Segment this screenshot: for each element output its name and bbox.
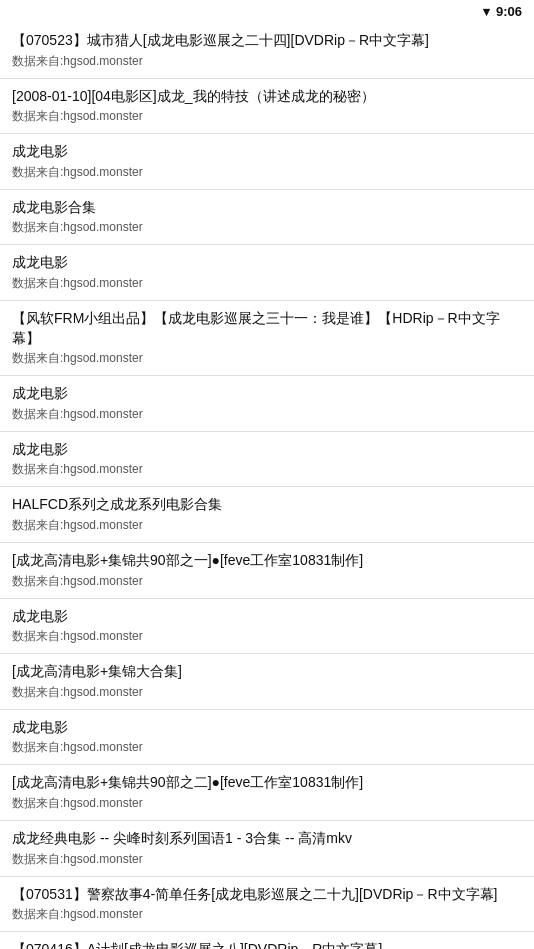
item-title: [成龙高清电影+集锦共90部之二]●[feve工作室10831制作] <box>12 773 522 793</box>
item-title: [2008-01-10][04电影区]成龙_我的特技（讲述成龙的秘密） <box>12 87 522 107</box>
item-subtitle: 数据来自:hgsod.monster <box>12 851 522 868</box>
list-item[interactable]: 成龙电影数据来自:hgsod.monster <box>0 710 534 766</box>
item-subtitle: 数据来自:hgsod.monster <box>12 164 522 181</box>
list-container: 【070523】城市猎人[成龙电影巡展之二十四][DVDRip－R中文字幕]数据… <box>0 23 534 949</box>
list-item[interactable]: 成龙电影数据来自:hgsod.monster <box>0 432 534 488</box>
list-item[interactable]: [成龙高清电影+集锦共90部之一]●[feve工作室10831制作]数据来自:h… <box>0 543 534 599</box>
item-subtitle: 数据来自:hgsod.monster <box>12 108 522 125</box>
list-item[interactable]: 成龙电影数据来自:hgsod.monster <box>0 245 534 301</box>
item-title: 成龙电影合集 <box>12 198 522 218</box>
item-subtitle: 数据来自:hgsod.monster <box>12 628 522 645</box>
item-title: 成龙电影 <box>12 718 522 738</box>
item-subtitle: 数据来自:hgsod.monster <box>12 219 522 236</box>
list-item[interactable]: 成龙电影数据来自:hgsod.monster <box>0 376 534 432</box>
item-title: 成龙电影 <box>12 384 522 404</box>
item-subtitle: 数据来自:hgsod.monster <box>12 517 522 534</box>
list-item[interactable]: 成龙电影合集数据来自:hgsod.monster <box>0 190 534 246</box>
list-item[interactable]: 【070416】A计划[成龙电影巡展之八][DVDRip－R中文字幕]数据来自:… <box>0 932 534 949</box>
item-subtitle: 数据来自:hgsod.monster <box>12 461 522 478</box>
item-subtitle: 数据来自:hgsod.monster <box>12 906 522 923</box>
item-subtitle: 数据来自:hgsod.monster <box>12 684 522 701</box>
list-item[interactable]: 成龙电影数据来自:hgsod.monster <box>0 599 534 655</box>
list-item[interactable]: [成龙高清电影+集锦共90部之二]●[feve工作室10831制作]数据来自:h… <box>0 765 534 821</box>
item-subtitle: 数据来自:hgsod.monster <box>12 53 522 70</box>
list-item[interactable]: 成龙经典电影 -- 尖峰时刻系列国语1 - 3合集 -- 高清mkv数据来自:h… <box>0 821 534 877</box>
list-item[interactable]: 成龙电影数据来自:hgsod.monster <box>0 134 534 190</box>
item-title: 成龙电影 <box>12 440 522 460</box>
item-title: HALFCD系列之成龙系列电影合集 <box>12 495 522 515</box>
item-subtitle: 数据来自:hgsod.monster <box>12 406 522 423</box>
list-item[interactable]: HALFCD系列之成龙系列电影合集数据来自:hgsod.monster <box>0 487 534 543</box>
time: 9:06 <box>496 4 522 19</box>
list-item[interactable]: 【070523】城市猎人[成龙电影巡展之二十四][DVDRip－R中文字幕]数据… <box>0 23 534 79</box>
item-subtitle: 数据来自:hgsod.monster <box>12 350 522 367</box>
item-subtitle: 数据来自:hgsod.monster <box>12 795 522 812</box>
list-item[interactable]: [2008-01-10][04电影区]成龙_我的特技（讲述成龙的秘密）数据来自:… <box>0 79 534 135</box>
item-title: [成龙高清电影+集锦共90部之一]●[feve工作室10831制作] <box>12 551 522 571</box>
wifi-icon: ▾ <box>483 4 490 19</box>
list-item[interactable]: [成龙高清电影+集锦大合集]数据来自:hgsod.monster <box>0 654 534 710</box>
list-item[interactable]: 【070531】警察故事4-简单任务[成龙电影巡展之二十九][DVDRip－R中… <box>0 877 534 933</box>
item-title: 【070416】A计划[成龙电影巡展之八][DVDRip－R中文字幕] <box>12 940 522 949</box>
item-title: 成龙电影 <box>12 607 522 627</box>
item-subtitle: 数据来自:hgsod.monster <box>12 275 522 292</box>
item-title: 【风软FRM小组出品】【成龙电影巡展之三十一：我是谁】【HDRip－R中文字幕】 <box>12 309 522 348</box>
status-bar: ▾ 9:06 <box>0 0 534 23</box>
item-title: 【070523】城市猎人[成龙电影巡展之二十四][DVDRip－R中文字幕] <box>12 31 522 51</box>
item-subtitle: 数据来自:hgsod.monster <box>12 573 522 590</box>
item-title: 【070531】警察故事4-简单任务[成龙电影巡展之二十九][DVDRip－R中… <box>12 885 522 905</box>
item-title: 成龙电影 <box>12 142 522 162</box>
item-subtitle: 数据来自:hgsod.monster <box>12 739 522 756</box>
item-title: [成龙高清电影+集锦大合集] <box>12 662 522 682</box>
item-title: 成龙电影 <box>12 253 522 273</box>
list-item[interactable]: 【风软FRM小组出品】【成龙电影巡展之三十一：我是谁】【HDRip－R中文字幕】… <box>0 301 534 376</box>
item-title: 成龙经典电影 -- 尖峰时刻系列国语1 - 3合集 -- 高清mkv <box>12 829 522 849</box>
